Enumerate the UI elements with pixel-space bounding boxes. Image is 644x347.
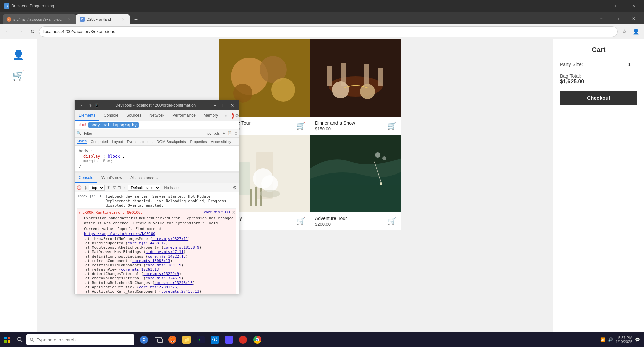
stack-4-link[interactable]: sidenav.mts:47:11 [146,250,184,254]
refresh-button[interactable]: ↻ [27,26,38,37]
taskbar-search-bar[interactable] [26,334,134,345]
close-button[interactable]: ✕ [626,1,641,11]
stack-6-link[interactable]: core.mts:13085:13 [132,259,170,263]
taskbar-explorer-icon[interactable]: 📁 [180,333,193,346]
taskbar-taskview-icon[interactable] [152,333,165,346]
styles-tab-eventlisteners[interactable]: Event Listeners [127,140,153,144]
stack-10-link[interactable]: core.mjs:13245:9 [146,276,181,281]
devtools-more-tabs[interactable]: » [222,113,230,118]
browser-restore-button[interactable]: □ [610,14,625,24]
cheese-tour-cart-button[interactable]: 🛒 [296,122,305,130]
dt-tab-network[interactable]: Network [145,110,168,121]
devtools-close-button[interactable]: ✕ [228,102,236,109]
console-levels-select[interactable]: Default levels [128,185,160,191]
svg-line-33 [21,340,22,342]
hov-toggle[interactable]: :hov [205,131,212,135]
taskbar-terminal-icon[interactable]: >_ [194,333,207,346]
taskbar-search-input[interactable] [37,337,131,342]
address-bar[interactable] [39,26,618,37]
plus-icon[interactable]: + [223,131,225,135]
devtools-menu-icon[interactable]: ⋮ [239,112,245,119]
styles-tab-accessibility[interactable]: Accessibility [211,140,231,144]
stack-7-link[interactable]: core.mts:11801:9 [146,263,181,267]
tab-src-close[interactable]: ✕ [66,17,72,22]
taskbar-app5-icon[interactable] [223,333,235,346]
search-button[interactable] [14,333,26,346]
error-link[interactable]: https://angular.io/errors/NG0100 [84,232,155,236]
stack-3-link[interactable]: core.mjs:18138:9 [164,245,199,250]
dt-tab-memory[interactable]: Memory [200,110,222,121]
profile-button[interactable]: 👤 [631,26,641,37]
tab-src[interactable]: s src/main/java/com/example/c... ✕ [3,14,76,24]
browser-close-button[interactable]: ✕ [626,14,641,24]
stack-12-link[interactable]: core.mts:27391:26 [139,285,177,289]
devtools-settings-icon[interactable]: ⋮ [77,102,86,109]
party-size-input[interactable] [621,60,637,69]
devtools-maximize-button[interactable]: □ [220,102,227,109]
dt-tab-elements[interactable]: Elements [75,110,99,121]
maximize-button[interactable]: □ [609,1,624,11]
new-tab-button[interactable]: + [131,15,141,24]
styles-tab-computed[interactable]: Computed [91,140,108,144]
minimize-button[interactable]: − [592,1,608,11]
dt-tab-console[interactable]: Console [99,110,122,121]
stack-9-link[interactable]: core.mjs:13229:9 [143,272,179,276]
svg-rect-9 [364,64,369,86]
styles-tab-styles[interactable]: Styles [77,139,87,144]
stack-2-link[interactable]: core.mjs:14468:17 [128,241,166,245]
console-clear-button[interactable]: 🚫 [77,185,82,190]
error-expand-icon[interactable]: Ⓟ [232,210,235,215]
notification-icon[interactable]: 💬 [635,337,640,342]
color-icon[interactable]: □ [235,131,237,135]
bookmark-button[interactable]: ☆ [619,26,630,37]
console-tab-ai[interactable]: AI assistance ✦ [126,173,163,183]
stack-13-link[interactable]: core.mts:27415:13 [161,289,199,294]
svg-rect-10 [378,68,383,86]
devtools-gear-icon[interactable]: ⚙ [235,113,239,118]
error-source-link[interactable]: core.mjs:9171 [204,210,230,214]
taskbar-app6-icon[interactable] [237,333,250,346]
taskbar-app-icons: C 🦊 📁 >_ 〈/〉 [138,333,264,346]
dinner-show-cart-button[interactable]: 🛒 [387,122,397,130]
error-stack: at throwErrorIfNoChangesMode (core.mjs:9… [85,237,235,294]
css-display-rule: display : block ; [83,154,235,159]
volume-icon: 🔊 [608,337,613,342]
user-icon[interactable]: 👤 [12,49,24,60]
browser-minimize-button[interactable]: − [593,14,609,24]
cart-sidebar-icon[interactable]: 🛒 [12,70,24,81]
console-settings-button[interactable]: ⚙ [233,185,237,190]
forward-button[interactable]: → [15,26,26,37]
stack-8-link[interactable]: core.mts:12261:13 [121,267,159,272]
browser-titlebar: B Back-end Programming − □ ✕ [0,0,644,12]
stack-1-link[interactable]: core.mjs:9327:11 [152,237,188,241]
console-top-select[interactable]: top [89,185,105,191]
styles-tab-layout[interactable]: Layout [112,140,123,144]
css-selector: body { [79,149,235,153]
adventure-cart-button[interactable]: 🛒 [387,217,397,226]
taskbar-chrome-icon[interactable] [251,333,264,346]
spa-cart-button[interactable]: 🛒 [296,217,305,226]
tab-d288[interactable]: D D288FrontEnd ✕ [76,14,130,24]
back-button[interactable]: ← [3,26,13,37]
console-tab-whatsnew[interactable]: What's new [97,173,126,183]
taskbar-firefox-icon[interactable]: 🦊 [166,333,179,346]
dt-tab-sources[interactable]: Sources [122,110,145,121]
stack-5-link[interactable]: core.mjs:14222:13 [148,254,186,259]
styles-tab-properties[interactable]: Properties [190,140,207,144]
start-button[interactable] [1,333,13,346]
cart-title: Cart [560,46,637,54]
checkout-button[interactable]: Checkout [560,91,637,105]
devtools-minimize-button[interactable]: − [212,102,218,109]
devtools-top-tabs: Elements Console Sources Network Perform… [75,110,239,121]
new-style-icon[interactable]: 📋 [227,131,232,135]
stack-11-link[interactable]: core.mts:13248:13 [154,281,193,285]
dt-tab-performance[interactable]: Performance [168,110,200,121]
svg-rect-18 [255,187,257,206]
vscode-icon: 〈/〉 [211,336,219,344]
taskbar-vscode-icon[interactable]: 〈/〉 [208,333,221,346]
taskbar-cortana-icon[interactable]: C [138,333,150,346]
console-tab-console[interactable]: Console [75,173,97,183]
styles-tab-dombreakpoints[interactable]: DOM Breakpoints [157,140,186,144]
cls-toggle[interactable]: .cls [214,131,220,135]
tab-d288-close[interactable]: ✕ [120,17,126,22]
